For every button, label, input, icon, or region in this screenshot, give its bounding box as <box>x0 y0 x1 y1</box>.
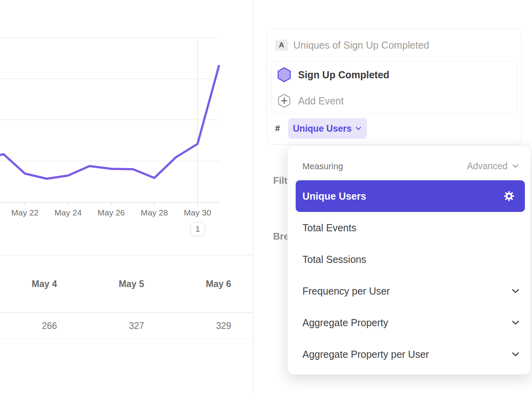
column-header: May 6 <box>144 279 231 289</box>
line-chart: May 22May 24May 26May 28May 30 <box>0 0 253 245</box>
add-event-label: Add Event <box>298 95 344 107</box>
series-row: A Uniques of Sign Up Completed <box>275 39 429 51</box>
menu-item-label: Frequency per User <box>302 285 512 297</box>
menu-item-label: Aggregate Property per User <box>302 349 512 360</box>
metric-selector-pill[interactable]: Unique Users <box>288 118 367 139</box>
measuring-menu-item[interactable]: Aggregate Property per User <box>288 338 530 370</box>
summary-table-header-row: May 4 May 5 May 6 <box>0 255 253 313</box>
table-value: 266 <box>0 321 57 331</box>
column-header: May 5 <box>57 279 144 289</box>
menu-item-label: Total Sessions <box>302 254 519 265</box>
chevron-down-icon <box>512 164 519 168</box>
series-title: Uniques of Sign Up Completed <box>293 40 429 51</box>
metric-selector-value: Unique Users <box>293 123 352 134</box>
add-event-plus-icon <box>277 93 292 108</box>
svg-text:May 30: May 30 <box>184 208 211 217</box>
chevron-down-icon <box>512 320 519 325</box>
series-letter-badge: A <box>275 40 288 51</box>
svg-text:May 22: May 22 <box>11 208 39 217</box>
summary-table-value-row: 266 327 329 <box>0 313 253 339</box>
menu-item-label: Total Events <box>302 222 519 234</box>
event-name: Sign Up Completed <box>298 69 390 81</box>
table-value: 327 <box>57 321 144 331</box>
measuring-menu-item[interactable]: Total Events <box>288 212 530 244</box>
measuring-menu-item[interactable]: Frequency per User <box>288 275 530 307</box>
measuring-label: Measuring <box>302 161 467 172</box>
breakdown-section-label: Bre <box>273 231 289 242</box>
gear-icon[interactable] <box>503 190 515 202</box>
measuring-dropdown-header: Measuring Advanced <box>288 146 530 180</box>
menu-item-label: Aggregate Property <box>302 317 512 329</box>
measuring-menu-item[interactable]: Total Sessions <box>288 244 530 275</box>
advanced-mode-value: Advanced <box>467 161 507 172</box>
event-hexagon-icon <box>277 67 292 82</box>
measuring-menu-list: Unique Users Total EventsTotal SessionsF… <box>288 180 530 370</box>
metric-hash-prefix: # <box>275 123 285 134</box>
svg-text:May 26: May 26 <box>98 208 125 217</box>
measuring-menu-item[interactable]: Aggregate Property <box>288 307 530 338</box>
measuring-menu-item[interactable]: Unique Users <box>296 180 525 212</box>
svg-text:May 28: May 28 <box>141 208 168 217</box>
event-card: Sign Up Completed Add Event <box>271 61 517 113</box>
event-row[interactable]: Sign Up Completed <box>272 62 517 88</box>
metric-row: # Unique Users <box>275 118 367 139</box>
table-value: 329 <box>144 321 231 331</box>
filter-section-label: Filt <box>273 175 287 186</box>
page-number-badge[interactable]: 1 <box>190 222 205 236</box>
advanced-mode-selector[interactable]: Advanced <box>467 161 519 172</box>
panel-divider <box>253 0 253 393</box>
measuring-dropdown: Measuring Advanced Unique Users Total Ev… <box>287 145 531 375</box>
add-event-button[interactable]: Add Event <box>272 88 517 114</box>
column-header: May 4 <box>0 279 57 289</box>
chart-panel: May 22May 24May 26May 28May 30 1 <box>0 0 253 255</box>
query-card: A Uniques of Sign Up Completed Sign Up C… <box>267 28 522 145</box>
summary-table: May 4 May 5 May 6 266 327 329 <box>0 255 253 339</box>
chevron-down-icon <box>512 289 519 293</box>
chevron-down-icon <box>355 127 361 130</box>
svg-text:May 24: May 24 <box>55 208 82 217</box>
chevron-down-icon <box>512 352 519 357</box>
menu-item-label: Unique Users <box>302 191 503 202</box>
